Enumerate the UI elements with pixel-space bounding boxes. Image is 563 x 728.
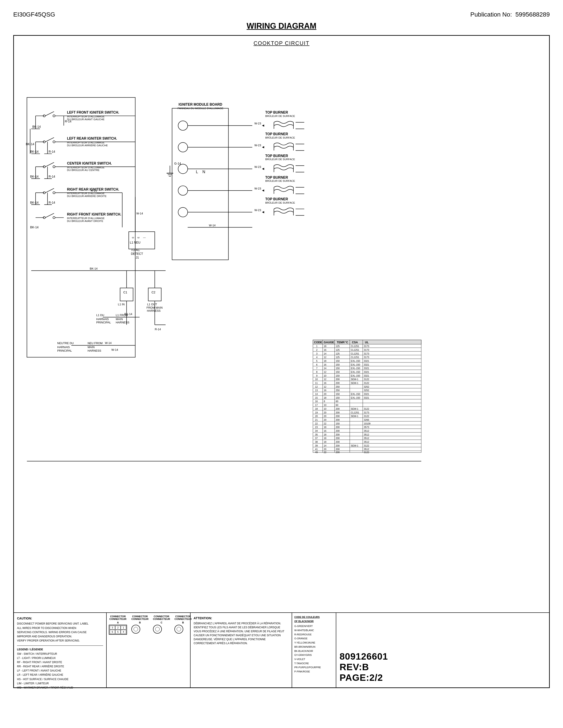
caution-line-2: ALL WIRES PRIOR TO DISCONNECTION WHEN (17, 626, 103, 630)
svg-text:W-14: W-14 (111, 348, 118, 351)
color-r: R-RED/ROUGE (294, 632, 334, 637)
svg-text:4: 4 (316, 356, 318, 358)
svg-text:EXL-150: EXL-150 (351, 396, 360, 399)
svg-text:PANNEAU DU MODULE D'ALLUMAGE: PANNEAU DU MODULE D'ALLUMAGE (177, 107, 223, 110)
svg-text:150: 150 (336, 393, 340, 395)
svg-text:HARNESS: HARNESS (88, 349, 101, 352)
svg-text:250: 250 (336, 389, 340, 392)
svg-text:UL: UL (365, 341, 369, 344)
svg-text:EXL-150: EXL-150 (351, 393, 360, 395)
color-br: BR-BROWN/BRUN (294, 645, 334, 649)
svg-text:41: 41 (315, 448, 318, 450)
svg-text:150: 150 (336, 374, 340, 377)
svg-text:EXL-150: EXL-150 (351, 367, 360, 370)
svg-text:18: 18 (324, 441, 326, 443)
svg-text:150: 150 (336, 396, 340, 399)
svg-text:3266: 3266 (364, 418, 369, 421)
svg-text:20: 20 (324, 415, 326, 417)
svg-text:TO AC: TO AC (131, 248, 140, 252)
svg-text:INTERRUPTEUR D'ALLUMAGE: INTERRUPTEUR D'ALLUMAGE (67, 166, 104, 169)
svg-text:200: 200 (336, 451, 340, 454)
svg-text:RIGHT FRONT IGNITER SWITCH.: RIGHT FRONT IGNITER SWITCH. (67, 212, 121, 216)
svg-text:DU BRÛLEUR ARRIÈRE DROITE: DU BRÛLEUR ARRIÈRE DROITE (67, 195, 106, 197)
svg-text:23: 23 (315, 426, 318, 428)
svg-text:L1 DU: L1 DU (96, 313, 104, 317)
svg-text:R-14: R-14 (155, 328, 161, 331)
connector-circle-b1 (131, 625, 140, 634)
caution-line-3: SERVICING CONTROLS. WIRING ERRORS CAN CA… (17, 630, 103, 634)
svg-point-71 (178, 143, 188, 152)
svg-text:3321: 3321 (364, 363, 369, 366)
svg-text:18: 18 (324, 360, 326, 362)
page-title: WIRING DIAGRAM (13, 21, 550, 31)
svg-marker-90 (262, 124, 264, 127)
svg-text:3173: 3173 (364, 352, 369, 355)
svg-text:3321: 3321 (364, 371, 369, 373)
connector-circle-c (153, 625, 162, 634)
svg-text:3573: 3573 (364, 426, 369, 428)
header: EI30GF45QSG Publication No: 5995688289 (13, 9, 550, 19)
svg-line-60 (45, 213, 54, 218)
svg-text:CODE: CODE (314, 341, 322, 344)
svg-text:3512: 3512 (364, 433, 369, 436)
caution-title: CAUTION: (17, 616, 103, 621)
svg-text:21: 21 (315, 418, 318, 421)
conn-cell: 1 (121, 626, 126, 630)
svg-text:LEFT FRONT IGNITER SWITCH.: LEFT FRONT IGNITER SWITCH. (67, 111, 119, 114)
svg-text:3122: 3122 (364, 382, 369, 384)
svg-text:10: 10 (315, 378, 318, 381)
rev-box: 809126601 REV:B PAGE:2/2 (336, 613, 549, 687)
svg-text:PRINCIPAL: PRINCIPAL (96, 321, 111, 324)
svg-marker-122 (262, 211, 264, 213)
diagram-area: COOKTOP CIRCUIT LEFT FRONT IGNITER SWITC… (13, 35, 550, 688)
svg-text:C2: C2 (151, 291, 155, 294)
svg-text:NEUTRE DU: NEUTRE DU (57, 341, 73, 345)
svg-text:3173: 3173 (364, 411, 369, 414)
svg-text:3512: 3512 (364, 430, 369, 432)
svg-text:LEFT REAR IGNITER SWITCH.: LEFT REAR IGNITER SWITCH. (67, 137, 117, 140)
svg-text:W-23: W-23 (254, 122, 261, 125)
svg-text:200: 200 (336, 426, 340, 428)
svg-text:BK-14: BK-14 (30, 150, 39, 153)
conn-cell: 4 (121, 630, 126, 634)
svg-text:BK-14: BK-14 (26, 143, 34, 146)
svg-text:HARNESS: HARNESS (147, 309, 161, 312)
svg-text:60: 60 (336, 404, 338, 406)
svg-text:BK-14: BK-14 (30, 201, 39, 204)
svg-text:8: 8 (316, 371, 318, 373)
legend-line: WD - WARMER DRAWER / TIROIR RÉCHAUD (17, 686, 103, 690)
caution-line-1: DISCONNECT POWER BEFORE SERVICING UNIT. … (17, 622, 103, 626)
svg-text:ω: ω (137, 236, 139, 239)
svg-text:CL1251: CL1251 (351, 352, 359, 355)
svg-text:IGNITER MODULE BOARD: IGNITER MODULE BOARD (179, 103, 222, 106)
svg-text:200: 200 (336, 415, 340, 417)
svg-text:3512: 3512 (364, 448, 369, 450)
color-p: P-PINK/ROSE (294, 670, 334, 674)
svg-text:14: 14 (315, 393, 318, 395)
caution-line-4: IMPROPER AND DANGEROUS OPERATION. (17, 634, 103, 639)
part-number: 809126601 (340, 651, 546, 662)
color-g: G-GREEN/VERT (294, 624, 334, 628)
svg-text:5: 5 (316, 360, 318, 362)
svg-text:W-14: W-14 (136, 212, 143, 215)
svg-text:12: 12 (324, 371, 326, 373)
svg-text:SEW-1: SEW-1 (351, 415, 358, 417)
svg-text:1: 1 (316, 345, 318, 347)
svg-text:22: 22 (315, 422, 318, 425)
color-y: Y-YELLOW/JAUNE (294, 641, 334, 645)
svg-text:DU BRÛLEUR AU CENTRE: DU BRÛLEUR AU CENTRE (67, 169, 99, 171)
svg-text:INTERRUPTEUR D'ALLUMAGE: INTERRUPTEUR D'ALLUMAGE (67, 217, 104, 220)
svg-text:BK-14: BK-14 (124, 312, 132, 316)
svg-text:SEW-1: SEW-1 (351, 382, 358, 384)
svg-text:20: 20 (315, 415, 318, 417)
svg-text:200: 200 (336, 448, 340, 450)
svg-text:150: 150 (336, 360, 340, 362)
color-t: T-TAN/OCRE (294, 661, 334, 666)
color-gy: GY-GRAY/GRIS (294, 653, 334, 657)
svg-text:DETECT: DETECT (131, 252, 143, 255)
svg-text:N: N (202, 170, 205, 174)
svg-text:150: 150 (336, 371, 340, 373)
svg-text:22: 22 (324, 451, 326, 454)
svg-text:BRÛLEUR DE SURFACE: BRÛLEUR DE SURFACE (265, 136, 295, 139)
svg-text:37: 37 (315, 437, 318, 439)
